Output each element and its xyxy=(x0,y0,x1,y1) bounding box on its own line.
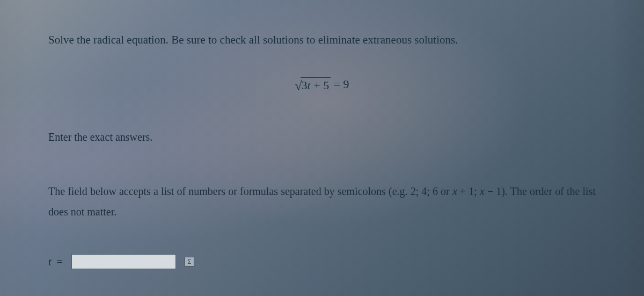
problem-instruction: Solve the radical equation. Be sure to c… xyxy=(48,32,596,48)
answer-row: t = Σ xyxy=(48,254,596,269)
field-instruction: The field below accepts a list of number… xyxy=(48,181,596,222)
sqrt-radicand: 3t + 5 xyxy=(301,77,331,92)
equation-equals: = xyxy=(331,77,343,91)
answer-variable-label: t xyxy=(48,256,52,268)
sub-instruction: Enter the exact answers. xyxy=(48,131,596,143)
equation-rhs: 9 xyxy=(343,77,349,91)
answer-equals-sign: = xyxy=(57,256,63,268)
equation-display: √3t + 5 = 9 xyxy=(48,77,596,93)
answer-input[interactable] xyxy=(71,254,176,269)
equation-editor-icon[interactable]: Σ xyxy=(185,257,194,266)
